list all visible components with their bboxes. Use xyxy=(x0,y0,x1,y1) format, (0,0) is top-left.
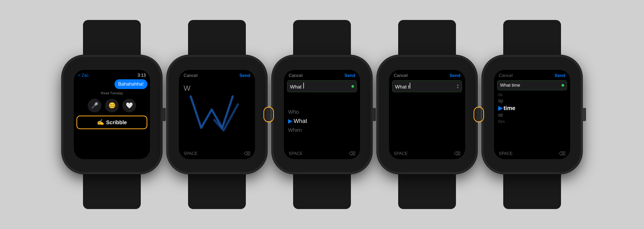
suggestion-till-text: till xyxy=(498,113,503,118)
scribble-send-button[interactable]: Send xyxy=(239,73,250,78)
scribble-delete-button[interactable]: ⌫ xyxy=(244,151,250,157)
message-status: Read Tuesday xyxy=(74,90,150,97)
scribble-screen-content: Cancel Send W SPACE ⌫ xyxy=(179,70,255,159)
what-t-cancel-button[interactable]: Cancel xyxy=(394,73,408,78)
watch-scribble-screen: Cancel Send W SPACE ⌫ xyxy=(179,70,255,159)
what-time-suggestions: tie tip ▶time till fies xyxy=(494,91,570,148)
watch-4-wrapper: Cancel Send What t ▲ ▼ SPACE ⌫ xyxy=(378,57,476,172)
watch-2-wrapper: Cancel Send W SPACE ⌫ xyxy=(168,57,266,172)
suggestion-time[interactable]: ▶time xyxy=(498,104,566,112)
watch-what-time: Cancel Send What time tie tip xyxy=(484,57,581,172)
suggestion-tie-text: tie xyxy=(498,92,503,97)
watch-1-wrapper: < Zac 3:13 Bahahahha! Read Tuesday 🎤 😊 xyxy=(63,57,160,172)
suggestion-tip[interactable]: tip xyxy=(498,98,566,104)
watch-scribble: Cancel Send W SPACE ⌫ xyxy=(168,57,266,172)
heart-button[interactable]: 🤍 xyxy=(122,99,136,112)
text-cursor-2 xyxy=(410,83,410,89)
scribble-current-letter: W xyxy=(184,84,190,92)
time-display: 3:13 xyxy=(138,73,146,78)
scribble-footer: SPACE ⌫ xyxy=(179,148,255,159)
scribble-hand-icon: ✍️ xyxy=(97,119,104,126)
what-footer: SPACE ⌫ xyxy=(284,148,360,159)
suggestions-list: Who ▶What When xyxy=(284,94,360,148)
what-cancel-button[interactable]: Cancel xyxy=(289,73,303,78)
what-delete-button[interactable]: ⌫ xyxy=(349,151,355,157)
message-bubble: Bahahahha! xyxy=(115,79,147,89)
what-t-screen-content: Cancel Send What t ▲ ▼ SPACE ⌫ xyxy=(389,70,465,159)
suggestion-tie[interactable]: tie xyxy=(498,92,566,98)
arrow-down-icon[interactable]: ▼ xyxy=(456,86,459,89)
what-time-green-dot xyxy=(562,84,564,87)
what-input-text: What xyxy=(290,83,304,90)
suggestion-fies-text: fies xyxy=(498,119,505,124)
scribble-cancel-button[interactable]: Cancel xyxy=(184,73,198,78)
green-dot-indicator xyxy=(351,85,354,88)
what-t-header: Cancel Send xyxy=(389,70,465,80)
what-time-delete-button[interactable]: ⌫ xyxy=(559,151,565,157)
scroll-arrows: ▲ ▼ xyxy=(456,84,459,89)
what-t-footer: SPACE ⌫ xyxy=(389,148,465,159)
watch-5-wrapper: Cancel Send What time tie tip xyxy=(484,57,581,172)
suggestion-what[interactable]: ▶What xyxy=(288,117,356,125)
what-time-header: Cancel Send xyxy=(494,70,570,80)
suggestion-time-arrow: ▶ xyxy=(498,105,503,111)
what-input-field[interactable]: What xyxy=(287,80,357,92)
message-actions: 🎤 😊 🤍 xyxy=(74,97,150,114)
mic-icon: 🎤 xyxy=(91,102,98,109)
scribble-header: Cancel Send xyxy=(179,70,255,81)
heart-icon: 🤍 xyxy=(126,102,133,109)
watch-what: Cancel Send What Who ▶What xyxy=(273,57,371,172)
what-header: Cancel Send xyxy=(284,70,360,80)
suggestion-tip-text: tip xyxy=(498,98,503,103)
suggestion-till[interactable]: till xyxy=(498,112,566,119)
what-t-space-button[interactable]: SPACE xyxy=(394,151,408,156)
scribble-button[interactable]: ✍️ Scribble xyxy=(76,116,147,129)
what-time-screen-content: Cancel Send What time tie tip xyxy=(494,70,570,159)
back-button[interactable]: < Zac xyxy=(78,73,89,78)
mic-button[interactable]: 🎤 xyxy=(88,99,101,112)
suggestion-time-text: time xyxy=(503,105,515,111)
crown-5 xyxy=(582,108,586,121)
watch-what-time-screen: Cancel Send What time tie tip xyxy=(494,70,570,159)
suggestion-fies[interactable]: fies xyxy=(498,119,566,124)
what-screen-content: Cancel Send What Who ▶What xyxy=(284,70,360,159)
what-t-input-text: What t xyxy=(395,83,410,90)
messages-screen-content: < Zac 3:13 Bahahahha! Read Tuesday 🎤 😊 xyxy=(74,70,150,159)
suggestion-who-text: Who xyxy=(288,109,299,115)
what-t-input-field[interactable]: What t ▲ ▼ xyxy=(392,80,462,92)
watch-3-wrapper: Cancel Send What Who ▶What xyxy=(273,57,371,172)
crown-highlight-2 xyxy=(263,107,274,122)
suggestion-when[interactable]: When xyxy=(288,126,356,134)
suggestion-who[interactable]: Who xyxy=(288,108,356,116)
watch-what-t: Cancel Send What t ▲ ▼ SPACE ⌫ xyxy=(378,57,476,172)
what-t-send-button[interactable]: Send xyxy=(449,73,460,78)
watch-what-t-screen: Cancel Send What t ▲ ▼ SPACE ⌫ xyxy=(389,70,465,159)
what-send-button[interactable]: Send xyxy=(344,73,355,78)
what-time-space-button[interactable]: SPACE xyxy=(499,151,513,156)
message-bubble-container: Bahahahha! xyxy=(74,79,150,90)
arrow-up-icon[interactable]: ▲ xyxy=(456,84,459,86)
suggestion-when-text: When xyxy=(288,127,302,133)
messages-header: < Zac 3:13 xyxy=(74,70,150,79)
scribble-drawing-svg xyxy=(185,89,248,141)
what-time-footer: SPACE ⌫ xyxy=(494,148,570,159)
crown-highlight-4 xyxy=(474,107,484,122)
suggestion-arrow-icon: ▶ xyxy=(288,118,293,124)
watch-messages-screen: < Zac 3:13 Bahahahha! Read Tuesday 🎤 😊 xyxy=(74,70,150,159)
scribble-canvas: W xyxy=(179,81,255,148)
crown-1 xyxy=(162,108,166,121)
scribble-label: Scribble xyxy=(106,119,127,126)
emoji-button[interactable]: 😊 xyxy=(105,99,119,112)
what-time-input-field[interactable]: What time xyxy=(497,80,567,90)
watch-messages: < Zac 3:13 Bahahahha! Read Tuesday 🎤 😊 xyxy=(63,57,160,172)
crown-3 xyxy=(372,108,376,121)
what-time-input-text: What time xyxy=(500,83,520,88)
what-space-button[interactable]: SPACE xyxy=(289,151,303,156)
what-time-cancel-button[interactable]: Cancel xyxy=(499,73,513,78)
what-time-send-button[interactable]: Send xyxy=(554,73,565,78)
scribble-space-button[interactable]: SPACE xyxy=(184,151,198,156)
empty-canvas xyxy=(389,94,465,148)
what-t-delete-button[interactable]: ⌫ xyxy=(454,151,460,157)
suggestion-what-text: What xyxy=(294,118,307,124)
watches-container: < Zac 3:13 Bahahahha! Read Tuesday 🎤 😊 xyxy=(53,51,591,178)
